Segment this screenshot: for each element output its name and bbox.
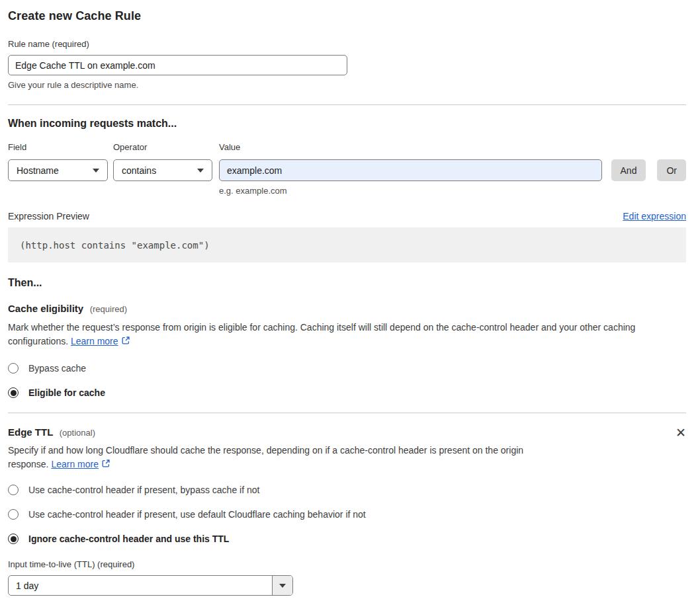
rule-name-help: Give your rule a descriptive name.: [8, 80, 686, 90]
or-button[interactable]: Or: [657, 159, 686, 181]
rule-name-label: Rule name (required): [8, 39, 686, 49]
cache-eligibility-required-badge: (required): [90, 304, 127, 314]
page-title: Create new Cache Rule: [8, 9, 686, 23]
radio-option-label: Bypass cache: [28, 363, 86, 374]
expression-preview-row: Expression Preview Edit expression: [8, 211, 686, 221]
radio-option-label: Use cache-control header if present, byp…: [28, 485, 259, 495]
ttl-select-arrow-button[interactable]: [272, 576, 292, 595]
expression-code: (http.host contains "example.com"): [20, 240, 210, 251]
close-icon[interactable]: ✕: [676, 426, 686, 439]
radio-icon[interactable]: [8, 387, 19, 398]
radio-option-label: Ignore cache-control header and use this…: [28, 534, 229, 544]
operator-select[interactable]: contains: [113, 159, 212, 181]
edge-ttl-heading-group: Edge TTL (optional): [8, 426, 95, 438]
external-link-icon: [121, 335, 130, 349]
radio-icon[interactable]: [8, 485, 19, 495]
operator-label: Operator: [113, 142, 212, 152]
expression-preview-label: Expression Preview: [8, 211, 89, 221]
then-heading: Then...: [8, 277, 686, 289]
edge-ttl-learn-more-link[interactable]: Learn more: [51, 459, 99, 469]
radio-icon[interactable]: [8, 534, 19, 544]
radio-icon[interactable]: [8, 509, 19, 520]
value-input[interactable]: [219, 159, 602, 181]
external-link-icon: [101, 458, 110, 472]
field-select-value: Hostname: [17, 165, 59, 176]
radio-icon[interactable]: [8, 363, 19, 374]
edge-ttl-heading: Edge TTL: [8, 426, 53, 438]
section-divider: [8, 104, 686, 105]
chevron-down-icon: [279, 584, 286, 588]
radio-option-label: Eligible for cache: [28, 387, 105, 398]
operator-select-value: contains: [122, 165, 156, 176]
chevron-down-icon: [197, 169, 204, 173]
radio-option-cc-default[interactable]: Use cache-control header if present, use…: [8, 509, 686, 520]
radio-option-ignore-cc-use-ttl[interactable]: Ignore cache-control header and use this…: [8, 534, 686, 544]
edge-ttl-optional-badge: (optional): [60, 428, 95, 438]
radio-option-cc-bypass[interactable]: Use cache-control header if present, byp…: [8, 485, 686, 495]
ttl-label: Input time-to-live (TTL) (required): [8, 559, 686, 569]
value-column: Value: [219, 142, 602, 181]
field-column: Field Hostname: [8, 142, 108, 181]
radio-option-label: Use cache-control header if present, use…: [28, 509, 366, 520]
and-button[interactable]: And: [611, 159, 646, 181]
ttl-select-value: 1 day: [9, 576, 272, 595]
cache-eligibility-heading: Cache eligibility: [8, 303, 83, 314]
radio-option-eligible-for-cache[interactable]: Eligible for cache: [8, 387, 686, 398]
expression-code-block: (http.host contains "example.com"): [8, 227, 686, 262]
field-select[interactable]: Hostname: [8, 159, 108, 181]
value-label: Value: [219, 142, 602, 152]
cache-eligibility-learn-more-link[interactable]: Learn more: [71, 336, 118, 346]
radio-option-bypass-cache[interactable]: Bypass cache: [8, 363, 686, 374]
operator-column: Operator contains: [113, 142, 212, 181]
match-section-heading: When incoming requests match...: [8, 118, 686, 130]
ttl-select[interactable]: 1 day: [8, 575, 293, 596]
cache-eligibility-heading-row: Cache eligibility (required): [8, 303, 686, 315]
cache-eligibility-description: Mark whether the request’s response from…: [8, 321, 678, 349]
field-label: Field: [8, 142, 108, 152]
section-divider: [8, 413, 686, 413]
create-cache-rule-page: Create new Cache Rule Rule name (require…: [0, 0, 700, 596]
match-condition-row: Field Hostname Operator contains Value A…: [8, 142, 686, 181]
chevron-down-icon: [93, 169, 99, 173]
value-hint: e.g. example.com: [219, 186, 686, 196]
edge-ttl-description: Specify if and how long Cloudflare shoul…: [8, 444, 564, 472]
rule-name-input[interactable]: [8, 55, 347, 75]
edge-ttl-heading-row: Edge TTL (optional) ✕: [8, 426, 686, 439]
edit-expression-link[interactable]: Edit expression: [623, 211, 686, 221]
